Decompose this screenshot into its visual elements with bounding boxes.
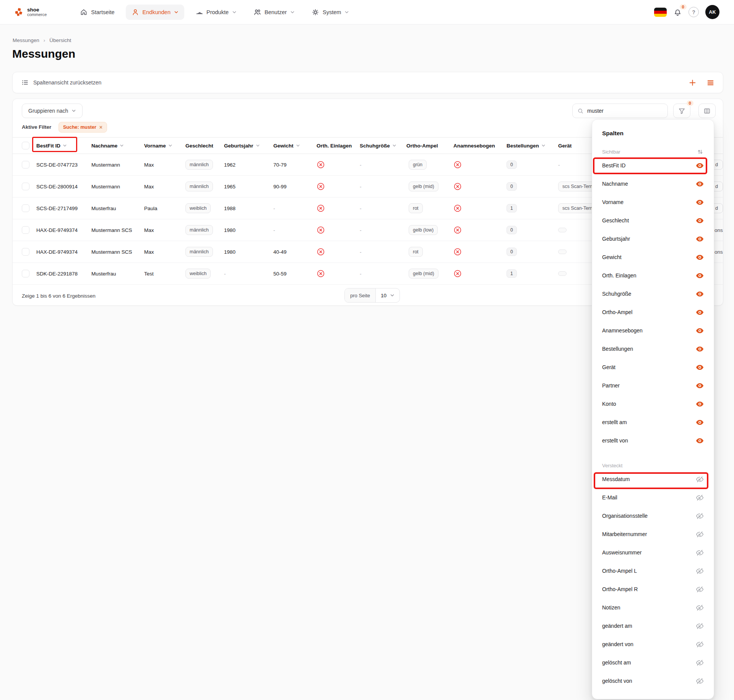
- panel-item-bestellungen[interactable]: Bestellungen: [592, 340, 714, 358]
- panel-item-bestfit-id[interactable]: BestFit ID: [592, 156, 714, 175]
- column-header-geschlecht[interactable]: Geschlecht: [185, 143, 213, 149]
- panel-item-ortho-ampel[interactable]: Ortho-Ampel: [592, 303, 714, 321]
- eye-off-icon[interactable]: [696, 640, 704, 648]
- panel-item-geaendert-von[interactable]: geändert von: [592, 635, 714, 653]
- filter-button[interactable]: 0: [673, 104, 690, 118]
- column-header-bestfit-id[interactable]: BestFit ID: [36, 143, 67, 149]
- chip-remove-icon[interactable]: ×: [99, 124, 102, 130]
- column-header-anamnesebogen[interactable]: Anamnesebogen: [453, 143, 495, 149]
- panel-item-geloescht-von[interactable]: gelöscht von: [592, 672, 714, 690]
- eye-off-icon[interactable]: [696, 659, 704, 667]
- row-checkbox[interactable]: [22, 204, 29, 212]
- panel-item-ortho-ampel-r[interactable]: Ortho-Ampel R: [592, 580, 714, 598]
- eye-icon[interactable]: [696, 217, 704, 225]
- nav-item-endkunden[interactable]: Endkunden: [126, 5, 184, 20]
- breadcrumb-item-uebersicht[interactable]: Übersicht: [49, 37, 71, 43]
- panel-item-mitarbeiternummer[interactable]: Mitarbeiternummer: [592, 525, 714, 543]
- column-header-schuhgroesse[interactable]: Schuhgröße: [360, 143, 396, 149]
- search-filter-chip[interactable]: Suche: muster ×: [58, 122, 107, 133]
- eye-icon[interactable]: [696, 363, 704, 371]
- nav-item-produkte[interactable]: Produkte: [190, 5, 242, 20]
- column-header-geburtsjahr[interactable]: Geburtsjahr: [224, 143, 260, 149]
- eye-icon[interactable]: [696, 253, 704, 261]
- column-header-vorname[interactable]: Vorname: [144, 143, 172, 149]
- eye-off-icon[interactable]: [696, 585, 704, 593]
- panel-item-konto[interactable]: Konto: [592, 395, 714, 413]
- sort-icon[interactable]: [697, 148, 704, 156]
- eye-icon[interactable]: [696, 327, 704, 335]
- panel-item-messdatum[interactable]: Messdatum: [592, 470, 714, 488]
- eye-icon[interactable]: [696, 400, 704, 408]
- eye-icon[interactable]: [696, 345, 704, 353]
- help-button[interactable]: ?: [689, 7, 699, 17]
- panel-item-geloescht-am[interactable]: gelöscht am: [592, 653, 714, 672]
- panel-item-nachname[interactable]: Nachname: [592, 175, 714, 193]
- panel-item-geaendert-am[interactable]: geändert am: [592, 617, 714, 635]
- nav-item-benutzer[interactable]: Benutzer: [248, 5, 300, 20]
- panel-item-orth-einlagen[interactable]: Orth. Einlagen: [592, 266, 714, 285]
- row-checkbox[interactable]: [22, 270, 29, 277]
- panel-item-erstellt-von[interactable]: erstellt von: [592, 431, 714, 450]
- panel-item-email[interactable]: E-Mail: [592, 488, 714, 507]
- panel-item-organisationsstelle[interactable]: Organisationsstelle: [592, 507, 714, 525]
- group-by-button[interactable]: Gruppieren nach: [22, 104, 83, 118]
- panel-item-notizen[interactable]: Notizen: [592, 598, 714, 617]
- panel-item-erstellt-am[interactable]: erstellt am: [592, 413, 714, 431]
- eye-icon[interactable]: [696, 272, 704, 280]
- eye-off-icon[interactable]: [696, 475, 704, 483]
- column-header-bestellungen[interactable]: Bestellungen: [507, 143, 546, 149]
- breadcrumb-item-messungen[interactable]: Messungen: [13, 37, 39, 43]
- panel-item-anamnesebogen[interactable]: Anamnesebogen: [592, 321, 714, 340]
- panel-item-schuhgroesse[interactable]: Schuhgröße: [592, 285, 714, 303]
- per-page-select[interactable]: 10: [376, 288, 399, 302]
- add-icon[interactable]: [689, 79, 697, 87]
- rows-icon[interactable]: [706, 79, 715, 87]
- eye-off-icon[interactable]: [696, 604, 704, 612]
- column-header-orth-einlagen[interactable]: Orth. Einlagen: [317, 143, 352, 149]
- eye-icon[interactable]: [696, 308, 704, 316]
- eye-icon[interactable]: [696, 235, 704, 243]
- panel-item-partner[interactable]: Partner: [592, 376, 714, 395]
- row-checkbox[interactable]: [22, 226, 29, 234]
- column-header-geraet[interactable]: Gerät: [558, 143, 572, 149]
- brand-logo[interactable]: shoe commerce: [15, 7, 47, 17]
- eye-off-icon[interactable]: [696, 549, 704, 557]
- reset-columns-button[interactable]: Spaltenansicht zurücksetzen: [33, 79, 101, 86]
- cell-nachname: Mustermann: [91, 162, 120, 168]
- eye-icon[interactable]: [696, 382, 704, 390]
- eye-off-icon[interactable]: [696, 622, 704, 630]
- column-header-nachname[interactable]: Nachname: [91, 143, 124, 149]
- column-header-ortho-ampel[interactable]: Ortho-Ampel: [406, 143, 438, 149]
- cell-vorname: Max: [144, 162, 154, 168]
- eye-icon[interactable]: [696, 162, 704, 170]
- notifications-button[interactable]: 0: [673, 7, 682, 17]
- nav-item-startseite[interactable]: Startseite: [74, 5, 120, 20]
- eye-off-icon[interactable]: [696, 677, 704, 685]
- row-checkbox[interactable]: [22, 183, 29, 190]
- avatar[interactable]: AK: [705, 5, 719, 19]
- eye-off-icon[interactable]: [696, 530, 704, 538]
- eye-off-icon[interactable]: [696, 567, 704, 575]
- select-all-checkbox[interactable]: [22, 142, 29, 149]
- eye-icon[interactable]: [696, 418, 704, 426]
- columns-button[interactable]: [698, 104, 716, 118]
- eye-icon[interactable]: [696, 290, 704, 298]
- panel-item-vorname[interactable]: Vorname: [592, 193, 714, 211]
- column-header-gewicht[interactable]: Gewicht: [273, 143, 300, 149]
- language-flag-german[interactable]: [654, 8, 667, 17]
- panel-item-geburtsjahr[interactable]: Geburtsjahr: [592, 230, 714, 248]
- eye-icon[interactable]: [696, 437, 704, 445]
- row-checkbox[interactable]: [22, 248, 29, 256]
- eye-off-icon[interactable]: [696, 494, 704, 502]
- panel-item-ortho-ampel-l[interactable]: Ortho-Ampel L: [592, 562, 714, 580]
- eye-icon[interactable]: [696, 180, 704, 188]
- panel-item-geraet[interactable]: Gerät: [592, 358, 714, 376]
- panel-item-gewicht[interactable]: Gewicht: [592, 248, 714, 266]
- panel-item-geschlecht[interactable]: Geschlecht: [592, 211, 714, 230]
- eye-icon[interactable]: [696, 198, 704, 206]
- search-input[interactable]: [587, 108, 656, 114]
- row-checkbox[interactable]: [22, 161, 29, 169]
- eye-off-icon[interactable]: [696, 512, 704, 520]
- panel-item-ausweisnummer[interactable]: Ausweisnummer: [592, 543, 714, 562]
- nav-item-system[interactable]: System: [306, 5, 355, 20]
